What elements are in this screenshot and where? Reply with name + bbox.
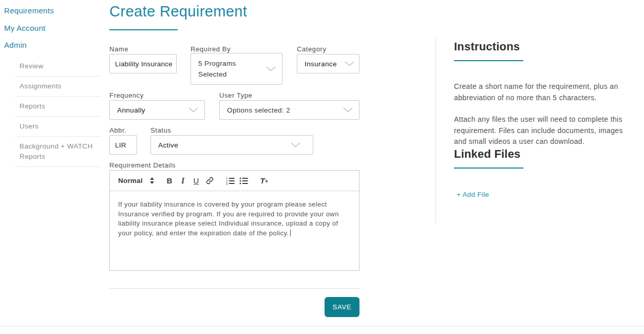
name-label: Name bbox=[109, 45, 128, 53]
category-label: Category bbox=[297, 45, 327, 53]
abbr-label: Abbr. bbox=[109, 126, 126, 134]
status-select[interactable]: Active bbox=[150, 135, 313, 155]
ordered-list-icon: 1 2 3 bbox=[226, 177, 235, 185]
sidebar-item-review[interactable]: Review bbox=[14, 57, 101, 77]
requirement-details-editor: Normal B I U 1 2 3 bbox=[109, 170, 359, 271]
abbr-input[interactable] bbox=[109, 135, 137, 155]
bullet-list-button[interactable] bbox=[237, 175, 250, 187]
required-by-label: Required By bbox=[191, 45, 231, 53]
user-type-select[interactable]: Options selected: 2 bbox=[219, 100, 359, 120]
instructions-underline bbox=[454, 60, 523, 61]
instructions-paragraph: Attach any files the user will need to c… bbox=[454, 114, 628, 147]
requirement-details-text: If your liability insurance is covered b… bbox=[118, 200, 339, 237]
ordered-list-button[interactable]: 1 2 3 bbox=[224, 175, 236, 187]
user-type-label: User Type bbox=[219, 91, 252, 99]
chevron-down-icon bbox=[291, 140, 300, 150]
linked-files-title: Linked Files bbox=[454, 147, 521, 161]
status-value: Active bbox=[158, 140, 178, 151]
frequency-value: Annually bbox=[117, 105, 145, 116]
page-bottom-divider bbox=[0, 326, 644, 326]
required-by-select[interactable]: 5 Programs Selected bbox=[191, 53, 282, 85]
instructions-title: Instructions bbox=[454, 40, 520, 53]
format-value: Normal bbox=[118, 177, 143, 184]
underline-button[interactable]: U bbox=[190, 175, 202, 187]
page-title: Create Requirement bbox=[109, 3, 247, 20]
bold-button[interactable]: B bbox=[163, 175, 176, 187]
instructions-paragraph: Create a short name for the requirement,… bbox=[454, 81, 628, 103]
sidebar-item-background-watch-reports[interactable]: Background + WATCH Reports bbox=[14, 137, 101, 167]
format-select[interactable]: Normal bbox=[118, 177, 163, 184]
save-button[interactable]: SAVE bbox=[325, 297, 359, 317]
chevron-down-icon bbox=[266, 64, 276, 73]
link-button[interactable] bbox=[203, 175, 216, 187]
italic-button[interactable]: I bbox=[177, 175, 189, 187]
name-input[interactable] bbox=[109, 54, 177, 73]
chevron-down-icon bbox=[345, 59, 354, 68]
clear-formatting-button[interactable]: Tx bbox=[258, 175, 270, 187]
link-icon bbox=[206, 177, 214, 184]
svg-text:3: 3 bbox=[226, 182, 228, 185]
user-type-value: Options selected: 2 bbox=[227, 105, 290, 116]
linked-files-underline bbox=[454, 168, 523, 169]
sidebar-item-my-account[interactable]: My Account bbox=[4, 24, 46, 32]
vertical-divider bbox=[435, 39, 436, 224]
sidebar-item-assignments[interactable]: Assignments bbox=[14, 77, 101, 97]
requirement-details-label: Requirement Details bbox=[109, 161, 176, 169]
add-file-link[interactable]: + Add File bbox=[457, 191, 489, 198]
editor-content-area[interactable]: If your liability insurance is covered b… bbox=[110, 191, 359, 237]
sidebar-item-admin[interactable]: Admin bbox=[4, 41, 27, 49]
sidebar-item-reports[interactable]: Reports bbox=[14, 97, 101, 117]
text-cursor bbox=[290, 230, 291, 236]
chevron-down-icon bbox=[188, 105, 198, 115]
sidebar-item-users[interactable]: Users bbox=[14, 117, 101, 137]
form-divider bbox=[109, 288, 359, 289]
frequency-select[interactable]: Annually bbox=[109, 100, 205, 120]
title-underline bbox=[109, 29, 178, 30]
category-select[interactable]: Insurance bbox=[297, 54, 359, 73]
frequency-label: Frequency bbox=[109, 91, 144, 99]
chevron-down-icon bbox=[343, 105, 353, 115]
create-requirement-page: Requirements My Account Admin Review Ass… bbox=[0, 0, 644, 334]
category-value: Insurance bbox=[305, 59, 337, 69]
sidebar-item-requirements[interactable]: Requirements bbox=[4, 6, 54, 15]
required-by-value: 5 Programs Selected bbox=[198, 58, 255, 80]
bullet-list-icon bbox=[239, 177, 248, 185]
admin-subnav: Review Assignments Reports Users Backgro… bbox=[14, 57, 101, 167]
format-updown-icon bbox=[150, 177, 154, 184]
editor-toolbar: Normal B I U 1 2 3 bbox=[110, 171, 359, 191]
status-label: Status bbox=[150, 126, 171, 134]
